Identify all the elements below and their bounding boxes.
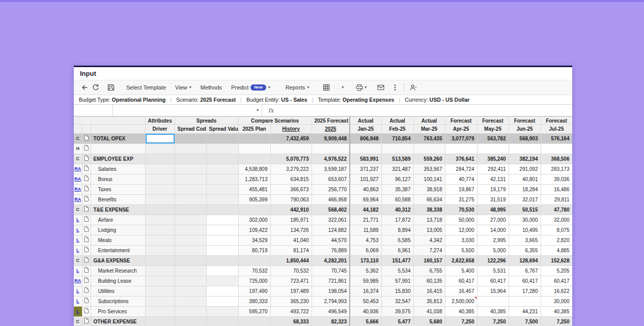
cell-g-a-expense-feb25[interactable]: 151,477 [381, 256, 413, 266]
cell-other-expense-code[interactable]: C [74, 317, 82, 326]
cell-subscriptions-jul25[interactable]: 30,000 [541, 297, 572, 307]
cell-taxes-doc[interactable] [82, 185, 91, 195]
cell-building-lease-feb25[interactable]: 57,991 [381, 276, 413, 286]
cell-g-a-expense-doc[interactable] [82, 256, 91, 266]
cell-h-mar25[interactable] [413, 144, 445, 154]
cell-utilities-may25[interactable]: 15,964 [477, 286, 509, 297]
document-icon[interactable] [84, 308, 89, 313]
cell-employee-exp-driver[interactable] [145, 154, 175, 164]
row-label-meals[interactable]: Meals [91, 235, 145, 246]
cell-building-lease-jul25[interactable]: 60,417 [541, 276, 572, 286]
cell-entertainment-driver[interactable] [145, 246, 175, 256]
mail-icon[interactable] [375, 80, 386, 95]
cell-utilities-jul25[interactable]: 16,622 [541, 286, 572, 297]
cell-total-opex-spread-value[interactable] [206, 134, 238, 144]
document-icon[interactable] [84, 216, 89, 222]
cell-subscriptions-history[interactable]: 365,230 [270, 297, 312, 307]
cell-market-research-feb25[interactable]: 5,534 [381, 266, 413, 276]
row-link-taxes[interactable]: RA [74, 187, 81, 192]
cell-airfare-2025[interactable]: 322,061 [312, 215, 350, 225]
row-label-total-opex[interactable]: TOTAL OPEX [91, 134, 145, 144]
refresh-icon[interactable] [90, 80, 101, 95]
cell-salaries-plan2025[interactable]: 4,538,809 [238, 164, 270, 174]
grid-icon[interactable] [321, 80, 332, 95]
row-label-taxes[interactable]: Taxes [91, 185, 145, 195]
cell-benefits-jun25[interactable]: 32,017 [509, 195, 541, 205]
cell-t-e-expense-history[interactable]: 442,910 [270, 205, 312, 215]
row-label-h[interactable] [91, 144, 145, 154]
selected-cell[interactable] [145, 134, 175, 144]
cell-meals-jul25[interactable]: 2,820 [541, 235, 572, 246]
cell-market-research-driver[interactable] [145, 266, 175, 276]
row-label-market-research[interactable]: Market Research [91, 266, 145, 276]
cell-market-research-doc[interactable] [82, 266, 91, 276]
cell-utilities-jun25[interactable]: 17,280 [509, 286, 541, 297]
cell-utilities-spread-code[interactable] [175, 286, 206, 297]
document-icon[interactable] [84, 135, 89, 140]
cell-market-research-jul25[interactable]: 5,205 [541, 266, 572, 276]
row-link-salaries[interactable]: RA [74, 166, 81, 171]
cell-g-a-expense-apr25[interactable]: 2,622,658 [445, 256, 477, 266]
cell-taxes-jul25[interactable]: 16,486 [541, 185, 572, 195]
cell-entertainment-feb25[interactable]: 6,961 [381, 246, 413, 256]
cell-g-a-expense-jan25[interactable]: 173,110 [350, 256, 381, 266]
cell-market-research-2025[interactable]: 70,745 [312, 266, 350, 276]
document-icon[interactable] [84, 175, 89, 181]
row-label-entertainment[interactable]: Entertainment [91, 246, 145, 256]
cell-airfare-feb25[interactable]: 17,872 [381, 215, 413, 225]
cell-benefits-plan2025[interactable]: 905,399 [238, 195, 270, 205]
cell-taxes-may25[interactable]: 19,179 [477, 185, 509, 195]
cell-employee-exp-jan25[interactable]: 583,991 [350, 154, 381, 164]
cell-h-feb25[interactable] [381, 144, 413, 154]
name-box[interactable] [74, 105, 113, 116]
cell-lodging-plan2025[interactable]: 109,422 [238, 225, 270, 235]
cell-airfare-mar25[interactable]: 13,718 [413, 215, 445, 225]
cell-salaries-spread-code[interactable] [175, 164, 206, 174]
row-label-pro-services[interactable]: Pro Services [91, 307, 145, 317]
document-icon[interactable] [84, 196, 89, 201]
row-link-bonus[interactable]: RA [74, 176, 81, 182]
cell-bonus-feb25[interactable]: 96,127 [381, 174, 413, 185]
reports-dropdown[interactable]: Reports ▾ [281, 80, 314, 95]
cell-taxes-spread-code[interactable] [175, 185, 206, 195]
row-label-other-expense[interactable]: OTHER EXPENSE [91, 317, 145, 326]
row-link-utilities[interactable]: L [76, 288, 79, 293]
cell-lodging-jan25[interactable]: 11,589 [350, 225, 381, 235]
cell-meals-feb25[interactable]: 6,585 [381, 235, 413, 246]
cell-g-a-expense-jul25[interactable]: 152,628 [541, 256, 572, 266]
cell-building-lease-mar25[interactable]: 60,135 [413, 276, 445, 286]
cell-pro-services-jul25[interactable]: 40,385 [541, 307, 572, 317]
cell-g-a-expense-driver[interactable] [145, 256, 175, 266]
cell-h-2025[interactable] [312, 144, 350, 154]
row-label-subscriptions[interactable]: Subscriptions [91, 297, 145, 307]
cell-salaries-driver[interactable] [145, 164, 175, 174]
row-link-meals[interactable]: L [76, 238, 79, 243]
row-link-airfare[interactable]: L [76, 217, 79, 222]
document-icon[interactable] [84, 165, 89, 171]
print-dropdown[interactable]: ▾ [351, 80, 371, 95]
cell-salaries-mar25[interactable]: 353,567 [413, 164, 445, 174]
cell-salaries-doc[interactable] [82, 164, 91, 174]
cell-other-expense-driver[interactable] [145, 317, 175, 326]
cell-utilities-mar25[interactable]: 16,415 [413, 286, 445, 297]
cell-meals-driver[interactable] [145, 235, 175, 246]
cell-bonus-2025[interactable]: 653,607 [312, 174, 350, 185]
document-icon[interactable] [84, 287, 89, 293]
cell-other-expense-mar25[interactable]: 5,680 [413, 317, 445, 326]
cell-lodging-spread-code[interactable] [175, 225, 206, 235]
document-icon[interactable] [84, 267, 89, 273]
cell-bonus-may25[interactable]: 42,131 [477, 174, 509, 185]
cell-benefits-feb25[interactable]: 60,588 [381, 195, 413, 205]
cell-market-research-history[interactable]: 70,532 [270, 266, 312, 276]
cell-meals-may25[interactable]: 2,995 [477, 235, 509, 246]
cell-other-expense-feb25[interactable]: 5,477 [381, 317, 413, 326]
cell-taxes-jun25[interactable]: 18,284 [509, 185, 541, 195]
cell-taxes-apr25[interactable]: 19,867 [445, 185, 477, 195]
document-icon[interactable] [84, 206, 89, 212]
cell-taxes-history[interactable]: 366,673 [270, 185, 312, 195]
document-icon[interactable] [84, 298, 89, 303]
cell-lodging-2025[interactable]: 124,882 [312, 225, 350, 235]
cell-bonus-doc[interactable] [82, 174, 91, 185]
cell-other-expense-history[interactable]: 68,333 [270, 317, 312, 326]
cell-other-expense-2025[interactable]: 82,323 [312, 317, 350, 326]
